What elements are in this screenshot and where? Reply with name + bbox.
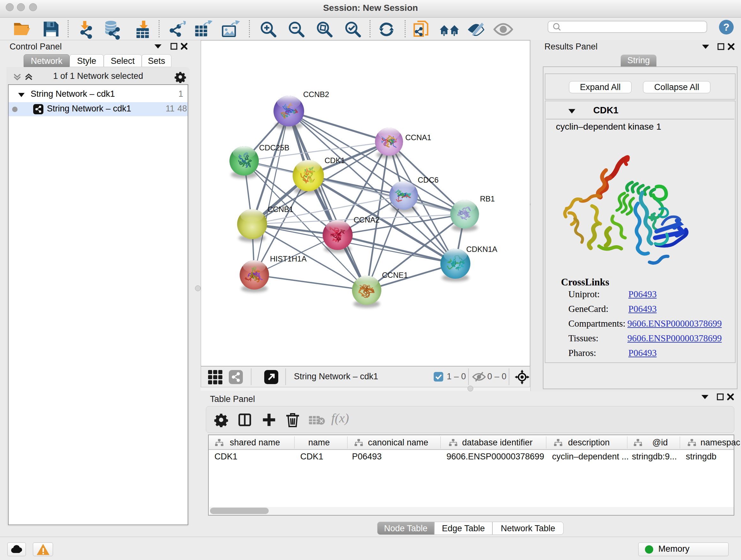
svg-text:CCNB1: CCNB1 (267, 205, 293, 213)
svg-text:HIST1H1A: HIST1H1A (270, 254, 307, 263)
svg-text:CDKN1A: CDKN1A (466, 245, 497, 253)
svg-text:CDC25B: CDC25B (259, 143, 289, 152)
svg-text:RB1: RB1 (480, 194, 495, 203)
svg-text:CDK1: CDK1 (325, 156, 345, 165)
svg-text:CCNA1: CCNA1 (405, 133, 431, 142)
svg-text:CCNB2: CCNB2 (303, 90, 329, 99)
svg-text:CCNE1: CCNE1 (382, 271, 408, 279)
svg-text:CDC6: CDC6 (418, 176, 439, 184)
svg-text:CCNA2: CCNA2 (354, 215, 380, 224)
